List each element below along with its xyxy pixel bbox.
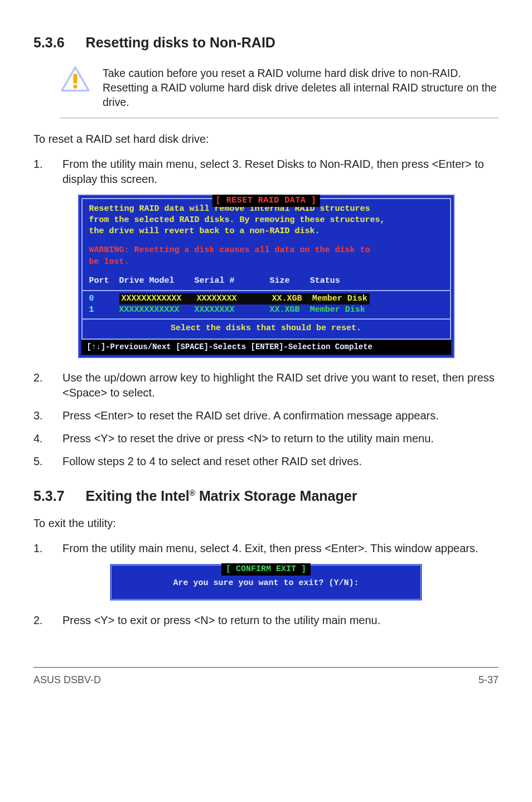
section-number: 5.3.6 (33, 33, 65, 52)
list-item: 4. Press <Y> to reset the drive or press… (33, 431, 499, 446)
step-number: 3. (33, 408, 47, 423)
section-heading-537: 5.3.7 Exiting the Intel® Matrix Storage … (33, 487, 499, 506)
steps-list-2: 1. From the utility main menu, select 4.… (33, 541, 499, 556)
svg-rect-1 (73, 74, 77, 84)
section-heading-536: 5.3.6 Resetting disks to Non-RAID (33, 33, 499, 52)
list-item: 1. From the utility main menu, select 3.… (33, 157, 499, 187)
terminal-footer: [↑↓]-Previous/Next [SPACE]-Selects [ENTE… (81, 340, 451, 355)
terminal-row-selected[interactable]: 0 XXXXXXXXXXXX XXXXXXXX XX.XGB Member Di… (89, 293, 443, 305)
step-text: From the utility main menu, select 4. Ex… (62, 541, 499, 556)
step-text: Press <Y> to reset the drive or press <N… (62, 431, 499, 446)
section-title: Exiting the Intel® Matrix Storage Manage… (86, 487, 357, 506)
section-title: Resetting disks to Non-RAID (86, 33, 275, 52)
steps-list-2b: 2. Press <Y> to exit or press <N> to ret… (33, 613, 499, 628)
terminal-warning: WARNING: Resetting a disk causes all dat… (89, 245, 443, 256)
step-text: Follow steps 2 to 4 to select and reset … (62, 454, 499, 469)
footer-left: ASUS DSBV-D (33, 673, 101, 687)
terminal-row[interactable]: 1 XXXXXXXXXXXX XXXXXXXX XX.XGB Member Di… (89, 305, 443, 316)
terminal-title: [ RESET RAID DATA ] (212, 195, 320, 207)
svg-point-2 (73, 85, 77, 89)
step-number: 5. (33, 454, 47, 469)
list-item: 5. Follow steps 2 to 4 to select and res… (33, 454, 499, 469)
step-number: 2. (33, 613, 47, 628)
list-item: 3. Press <Enter> to reset the RAID set d… (33, 408, 499, 423)
intro-text: To reset a RAID set hard disk drive: (33, 132, 499, 147)
terminal-line: from the selected RAID disks. By removin… (89, 215, 443, 226)
terminal-confirm-exit: [ CONFIRM EXIT ] Are you sure you want t… (33, 564, 499, 601)
step-text: Press <Enter> to reset the RAID set driv… (62, 408, 499, 423)
step-number: 2. (33, 370, 47, 400)
step-number: 1. (33, 157, 47, 187)
caution-text: Take caution before you reset a RAID vol… (103, 66, 499, 110)
caution-callout: Take caution before you reset a RAID vol… (60, 62, 499, 118)
list-item: 2. Press <Y> to exit or press <N> to ret… (33, 613, 499, 628)
list-item: 1. From the utility main menu, select 4.… (33, 541, 499, 556)
terminal-line: the drive will revert back to a non-RAID… (89, 226, 443, 237)
terminal-warning: be lost. (89, 257, 443, 268)
terminal-reset-raid: [ RESET RAID DATA ] Resetting RAID data … (33, 195, 499, 358)
steps-list-1: 1. From the utility main menu, select 3.… (33, 157, 499, 187)
step-number: 4. (33, 431, 47, 446)
page-footer: ASUS DSBV-D 5-37 (33, 667, 499, 687)
step-text: Use the up/down arrow key to highlight t… (62, 370, 499, 400)
step-number: 1. (33, 541, 47, 556)
step-text: Press <Y> to exit or press <N> to return… (62, 613, 499, 628)
section-number: 5.3.7 (33, 487, 65, 506)
terminal2-title: [ CONFIRM EXIT ] (221, 563, 311, 576)
steps-list-1b: 2. Use the up/down arrow key to highligh… (33, 370, 499, 469)
step-text: From the utility main menu, select 3. Re… (62, 157, 499, 187)
footer-right: 5-37 (478, 673, 499, 687)
terminal-prompt: Select the disks that should be reset. (171, 323, 361, 333)
caution-icon (60, 66, 90, 93)
terminal-header-row: Port Drive Model Serial # Size Status (89, 276, 443, 287)
intro-text-2: To exit the utility: (33, 516, 499, 531)
list-item: 2. Use the up/down arrow key to highligh… (33, 370, 499, 400)
